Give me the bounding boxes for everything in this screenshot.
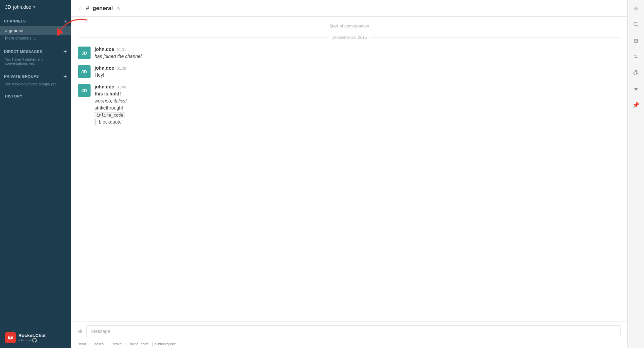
private-groups-section: PRIVATE GROUPS + You have no private gro… (0, 69, 71, 90)
sidebar-user-header[interactable]: JD john.doe ▾ (0, 0, 71, 14)
star-channel-button[interactable]: ☆ (78, 5, 83, 11)
message-author: john.doe (95, 47, 114, 52)
more-channels-link[interactable]: More channels ... (0, 35, 71, 43)
format-hint-bold: "bold" (78, 342, 88, 346)
channel-name: general (9, 28, 23, 33)
message-text: Hey! (95, 72, 621, 79)
history-label[interactable]: HISTORY (5, 94, 22, 98)
direct-messages-section: DIRECT MESSAGES + You haven't started an… (0, 45, 71, 69)
message-body: john.doe 01:31 has joined the channel. (95, 47, 621, 60)
start-of-conversation: Start of conversation (78, 23, 621, 28)
right-sidebar: ⚙ ⊞ 🗂 @ ★ 📌 (627, 0, 644, 348)
add-channel-button[interactable]: + (63, 18, 67, 24)
channels-section: CHANNELS + # general More channels ... (0, 14, 71, 45)
divider-line-left (78, 38, 328, 38)
message-body: john.doe 01:38 Hey! (95, 65, 621, 79)
channel-item-general[interactable]: # general (0, 26, 71, 35)
folder-icon[interactable]: 🗂 (631, 52, 641, 62)
message-item: JD john.doe 01:31 has joined the channel… (78, 47, 621, 60)
upload-button[interactable]: ⊕ (78, 328, 83, 335)
message-input[interactable] (86, 325, 621, 337)
message-item: JD john.doe 01:38 Hey! (78, 65, 621, 79)
app-subtitle: with ♥ on (18, 338, 46, 343)
svg-point-6 (11, 337, 12, 338)
main-chat: ☆ # general ✎ Start of conversation Dece… (71, 0, 627, 348)
history-section: HISTORY (0, 90, 71, 101)
at-mention-icon[interactable]: @ (631, 68, 641, 78)
chevron-down-icon: ▾ (33, 5, 35, 9)
blockquote: blockquote (95, 119, 122, 125)
add-dm-button[interactable]: + (63, 49, 67, 55)
rocket-chat-icon (5, 332, 16, 343)
apps-icon[interactable]: ⊞ (631, 36, 641, 46)
dm-section-header: DIRECT MESSAGES + (0, 49, 71, 57)
sidebar-footer: Rocket.Chat with ♥ on (0, 327, 71, 348)
divider-line-right (370, 38, 621, 38)
pg-label: PRIVATE GROUPS (4, 74, 39, 78)
message-meta: john.doe 01:48 (95, 84, 621, 89)
message-time: 01:31 (117, 48, 126, 52)
message-meta: john.doe 01:38 (95, 65, 621, 71)
message-body: john.doe 01:48 this is bold! woohoo, ita… (95, 84, 621, 126)
chat-header: ☆ # general ✎ (71, 0, 627, 17)
inline-code: inline_code (95, 112, 125, 118)
rocket-chat-text: Rocket.Chat with ♥ on (18, 333, 46, 343)
rocket-chat-logo: Rocket.Chat with ♥ on (5, 332, 66, 343)
channels-section-header: CHANNELS + (0, 18, 71, 26)
hash-icon: # (5, 28, 7, 33)
search-icon[interactable] (631, 19, 641, 29)
user-menu[interactable]: JD john.doe ▾ (5, 4, 35, 10)
avatar: JD (78, 47, 91, 59)
avatar: JD (78, 65, 91, 78)
dm-label: DIRECT MESSAGES (4, 50, 42, 54)
no-pg-note: You have no private groups yet. (0, 81, 71, 89)
avatar[interactable]: JD (5, 4, 11, 10)
svg-point-8 (634, 22, 637, 26)
format-hint-blockquote: > blockquote (155, 342, 176, 346)
svg-line-9 (637, 25, 638, 27)
add-group-button[interactable]: + (63, 73, 67, 79)
svg-point-5 (9, 337, 10, 338)
date-divider: December 28, 2015 (78, 35, 621, 40)
date-divider-text: December 28, 2015 (331, 35, 367, 40)
github-icon (32, 338, 37, 343)
avatar: JD (78, 84, 91, 97)
pin-icon[interactable]: 📌 (631, 100, 641, 110)
message-time: 01:48 (117, 85, 126, 89)
message-author: john.doe (95, 65, 114, 71)
chat-messages-area: Start of conversation December 28, 2015 … (71, 17, 627, 322)
format-hint-bar: "bold" | _italics_ | ~strike~ | `inline_… (71, 341, 627, 348)
format-hint-strike: ~strike~ (111, 342, 124, 346)
pg-section-header: PRIVATE GROUPS + (0, 73, 71, 81)
sidebar: JD john.doe ▾ CHANNELS + # general More … (0, 0, 71, 348)
message-meta: john.doe 01:31 (95, 47, 621, 52)
message-time: 01:38 (117, 66, 126, 70)
edit-channel-button[interactable]: ✎ (116, 6, 120, 11)
message-author: john.doe (95, 84, 114, 89)
format-hint-italic: _italics_ (92, 342, 106, 346)
username-label: john.doe (13, 4, 31, 10)
no-dm-note: You haven't started any conversations ye… (0, 57, 71, 68)
format-hint-code: `inline_code` (129, 342, 150, 346)
channels-label: CHANNELS (4, 19, 26, 23)
channel-hash: # (86, 5, 89, 12)
star-icon[interactable]: ★ (631, 84, 641, 94)
message-text: has joined the channel. (95, 53, 621, 60)
channel-title: general (93, 5, 113, 12)
message-item: JD john.doe 01:48 this is bold! woohoo, … (78, 84, 621, 126)
message-text: this is bold! woohoo, italics! strikethr… (95, 90, 621, 126)
app-title: Rocket.Chat (18, 333, 46, 338)
settings-icon[interactable]: ⚙ (631, 3, 641, 13)
message-input-bar: ⊕ (71, 322, 627, 341)
